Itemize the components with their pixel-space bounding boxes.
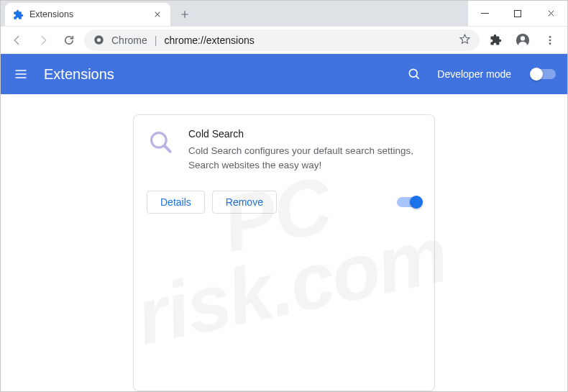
reload-button[interactable] bbox=[58, 29, 80, 51]
svg-point-5 bbox=[549, 36, 551, 38]
extensions-content: PCrisk.com Cold Search Cold Search confi… bbox=[1, 94, 567, 391]
browser-toolbar: Chrome | chrome://extensions bbox=[1, 27, 567, 54]
magnifier-icon bbox=[147, 128, 175, 157]
window-titlebar: Extensions bbox=[1, 1, 567, 27]
tab-strip: Extensions bbox=[1, 1, 468, 26]
window-controls bbox=[468, 1, 567, 26]
new-tab-button[interactable] bbox=[175, 4, 195, 24]
close-window-button[interactable] bbox=[534, 1, 567, 26]
profile-button[interactable] bbox=[511, 29, 534, 52]
menu-button[interactable] bbox=[539, 29, 562, 52]
extension-toggle[interactable] bbox=[397, 197, 421, 207]
back-button[interactable] bbox=[6, 29, 28, 51]
developer-mode-toggle[interactable] bbox=[531, 69, 556, 79]
developer-mode-label: Developer mode bbox=[437, 68, 511, 80]
extension-card: Cold Search Cold Search configures your … bbox=[133, 114, 435, 391]
url-text: chrome://extensions bbox=[164, 35, 254, 46]
extension-description: Cold Search configures your default sear… bbox=[188, 144, 421, 172]
extensions-header: Extensions Developer mode bbox=[1, 54, 567, 94]
svg-point-6 bbox=[549, 39, 551, 41]
close-tab-icon[interactable] bbox=[152, 9, 163, 20]
svg-point-8 bbox=[410, 69, 418, 77]
svg-point-7 bbox=[549, 42, 551, 45]
page-title: Extensions bbox=[44, 66, 391, 83]
chrome-scheme-icon bbox=[93, 35, 104, 46]
svg-point-2 bbox=[96, 38, 100, 42]
hamburger-icon[interactable] bbox=[12, 65, 29, 83]
extensions-button[interactable] bbox=[484, 29, 507, 52]
svg-point-4 bbox=[521, 36, 525, 40]
minimize-button[interactable] bbox=[468, 1, 501, 26]
extension-name: Cold Search bbox=[188, 128, 421, 140]
scheme-label: Chrome bbox=[111, 35, 147, 46]
forward-button[interactable] bbox=[32, 29, 54, 51]
toggle-knob bbox=[410, 196, 423, 209]
svg-rect-0 bbox=[515, 10, 521, 17]
details-button[interactable]: Details bbox=[147, 191, 205, 214]
separator: | bbox=[155, 35, 157, 46]
star-icon[interactable] bbox=[459, 33, 471, 47]
search-icon[interactable] bbox=[406, 65, 423, 83]
browser-tab[interactable]: Extensions bbox=[5, 3, 170, 26]
maximize-button[interactable] bbox=[501, 1, 534, 26]
tab-title: Extensions bbox=[29, 9, 73, 19]
remove-button[interactable]: Remove bbox=[212, 191, 277, 214]
puzzle-icon bbox=[12, 9, 24, 20]
toggle-knob bbox=[530, 68, 543, 81]
address-bar[interactable]: Chrome | chrome://extensions bbox=[84, 29, 480, 51]
